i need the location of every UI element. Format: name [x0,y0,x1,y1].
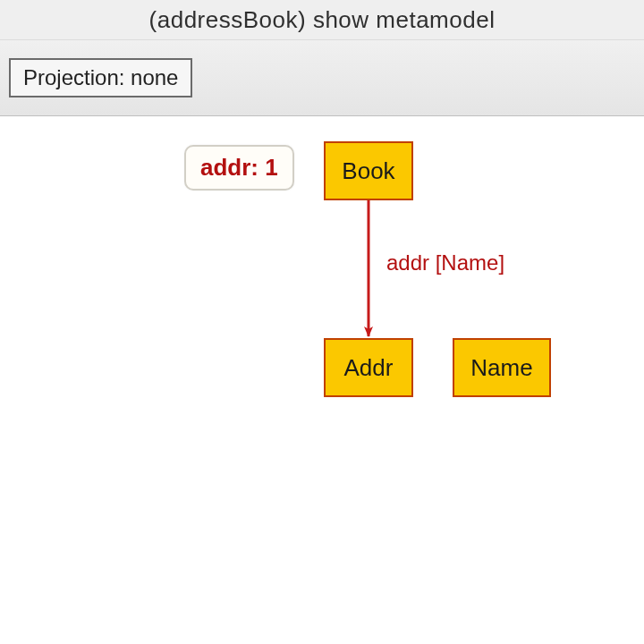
window-title: (addressBook) show metamodel [149,6,496,34]
node-addr[interactable]: Addr [324,338,413,397]
node-name[interactable]: Name [453,338,551,397]
diagram-canvas[interactable]: addr: 1 Book Addr Name addr [Name] [0,116,644,644]
edge-label-text: addr [Name] [386,250,504,275]
info-bubble-text: addr: 1 [200,154,278,181]
window-titlebar: (addressBook) show metamodel [0,0,644,39]
toolbar: Projection: none [0,39,644,116]
node-name-label: Name [470,354,532,382]
projection-button[interactable]: Projection: none [9,58,192,97]
info-bubble-addr-count: addr: 1 [184,145,294,191]
node-book-label: Book [342,157,394,185]
edge-label-book-addr: addr [Name] [386,250,504,275]
projection-button-label: Projection: none [23,65,178,89]
node-book[interactable]: Book [324,141,413,200]
node-addr-label: Addr [344,354,394,382]
